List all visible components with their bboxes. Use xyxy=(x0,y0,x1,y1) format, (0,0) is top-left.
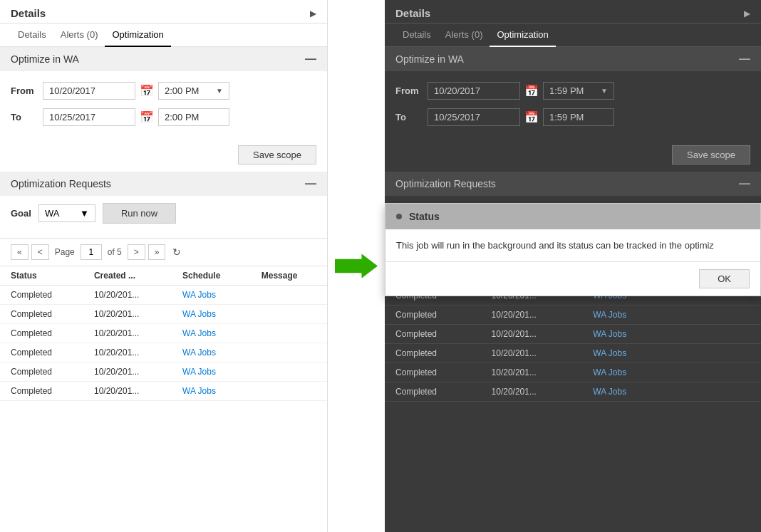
left-to-date[interactable] xyxy=(43,108,135,126)
left-cell-schedule-5[interactable]: WA Jobs xyxy=(172,382,251,401)
right-table-row-2: Completed 10/20/201... WA Jobs xyxy=(385,325,761,344)
right-cell-schedule-1[interactable]: WA Jobs xyxy=(582,306,673,325)
left-from-date[interactable] xyxy=(43,82,135,100)
right-form: From 📅 1:59 PM ▼ To 📅 1:59 PM xyxy=(385,71,761,142)
left-page-last[interactable]: » xyxy=(148,244,166,260)
left-wa-link-4[interactable]: WA Jobs xyxy=(182,367,216,377)
left-goal-label: Goal xyxy=(11,208,31,219)
left-from-time-select[interactable]: 2:00 PM ▼ xyxy=(158,82,229,100)
status-dialog: Status This job will run in the backgrou… xyxy=(385,203,761,296)
right-tab-alerts[interactable]: Alerts (0) xyxy=(438,24,490,47)
left-tab-optimization[interactable]: Optimization xyxy=(105,24,170,47)
right-to-date[interactable] xyxy=(428,108,520,126)
right-from-calendar-icon[interactable]: 📅 xyxy=(524,84,539,98)
left-table-row-0: Completed 10/20/201... WA Jobs xyxy=(0,286,327,305)
left-run-now-button[interactable]: Run now xyxy=(103,203,176,224)
right-opt-requests-collapse[interactable]: — xyxy=(739,177,750,190)
left-cell-message-2 xyxy=(251,324,327,343)
left-cell-schedule-1[interactable]: WA Jobs xyxy=(172,305,251,324)
left-wa-link-1[interactable]: WA Jobs xyxy=(182,309,216,319)
left-cell-message-0 xyxy=(251,286,327,305)
left-cell-created-4: 10/20/201... xyxy=(83,363,172,382)
right-to-calendar-icon[interactable]: 📅 xyxy=(524,110,539,124)
right-from-time-select[interactable]: 1:59 PM ▼ xyxy=(543,82,614,100)
left-optimize-section: Optimize in WA — xyxy=(0,47,327,71)
left-table-row-5: Completed 10/20/201... WA Jobs xyxy=(0,382,327,401)
left-opt-requests-title: Optimization Requests xyxy=(11,178,111,189)
left-cell-schedule-4[interactable]: WA Jobs xyxy=(172,363,251,382)
right-tab-optimization[interactable]: Optimization xyxy=(490,24,555,47)
left-wa-link-3[interactable]: WA Jobs xyxy=(182,348,216,358)
right-cell-schedule-4[interactable]: WA Jobs xyxy=(582,363,673,382)
left-page-next[interactable]: > xyxy=(128,244,145,260)
left-page-prev[interactable]: < xyxy=(31,244,49,260)
left-from-time-value: 2:00 PM xyxy=(165,85,199,96)
left-tab-alerts[interactable]: Alerts (0) xyxy=(53,24,105,47)
left-cell-schedule-3[interactable]: WA Jobs xyxy=(172,343,251,363)
right-tab-details[interactable]: Details xyxy=(395,24,438,47)
left-to-label: To xyxy=(11,112,43,122)
left-cell-message-1 xyxy=(251,305,327,324)
left-cell-schedule-0[interactable]: WA Jobs xyxy=(172,286,251,305)
left-cell-created-0: 10/20/201... xyxy=(83,286,172,305)
left-from-label: From xyxy=(11,85,43,96)
left-wa-link-0[interactable]: WA Jobs xyxy=(182,290,216,300)
right-wa-link-1[interactable]: WA Jobs xyxy=(593,310,626,320)
left-from-calendar-icon[interactable]: 📅 xyxy=(140,84,154,98)
left-refresh-button[interactable]: ↻ xyxy=(168,244,185,260)
right-cell-created-5: 10/20/201... xyxy=(481,382,583,402)
right-to-row: To 📅 1:59 PM xyxy=(395,108,750,126)
left-to-calendar-icon[interactable]: 📅 xyxy=(140,110,154,124)
left-panel-title: Details xyxy=(11,7,46,19)
right-to-time-select[interactable]: 1:59 PM xyxy=(543,108,614,126)
right-cell-status-1: Completed xyxy=(385,306,481,325)
right-table-row-3: Completed 10/20/201... WA Jobs xyxy=(385,344,761,363)
right-save-scope-button[interactable]: Save scope xyxy=(672,145,750,165)
left-col-created: Created ... xyxy=(83,266,172,286)
left-expand-icon[interactable]: ▶ xyxy=(310,9,316,19)
right-wa-link-5[interactable]: WA Jobs xyxy=(593,387,626,397)
dialog-ok-button[interactable]: OK xyxy=(699,269,750,288)
right-optimize-title: Optimize in WA xyxy=(395,53,464,65)
left-save-scope-button[interactable]: Save scope xyxy=(238,145,316,165)
right-wa-link-4[interactable]: WA Jobs xyxy=(593,367,626,377)
right-cell-schedule-2[interactable]: WA Jobs xyxy=(582,325,673,344)
left-to-row: To 📅 2:00 PM xyxy=(11,108,316,126)
left-from-time-arrow: ▼ xyxy=(216,87,223,95)
left-page-first[interactable]: « xyxy=(11,244,29,260)
right-cell-created-3: 10/20/201... xyxy=(481,344,583,363)
left-to-time-value: 2:00 PM xyxy=(165,112,199,122)
left-col-schedule: Schedule xyxy=(172,266,251,286)
right-cell-message-4 xyxy=(673,363,761,382)
left-wa-link-2[interactable]: WA Jobs xyxy=(182,328,216,338)
right-optimize-collapse[interactable]: — xyxy=(739,53,750,66)
left-table-row-4: Completed 10/20/201... WA Jobs xyxy=(0,363,327,382)
right-expand-icon[interactable]: ▶ xyxy=(744,9,750,19)
right-cell-schedule-5[interactable]: WA Jobs xyxy=(582,382,673,402)
right-panel-title: Details xyxy=(395,7,430,19)
left-page-input[interactable] xyxy=(81,244,102,260)
left-cell-status-4: Completed xyxy=(0,363,83,382)
arrow-container xyxy=(328,0,385,532)
left-cell-status-0: Completed xyxy=(0,286,83,305)
right-cell-status-4: Completed xyxy=(385,363,481,382)
right-panel: Details ▶ Details Alerts (0) Optimizatio… xyxy=(385,0,761,532)
right-from-date[interactable] xyxy=(428,82,520,100)
right-from-label: From xyxy=(395,85,428,96)
right-cell-schedule-3[interactable]: WA Jobs xyxy=(582,344,673,363)
left-wa-link-5[interactable]: WA Jobs xyxy=(182,386,216,396)
left-to-time-select[interactable]: 2:00 PM xyxy=(158,108,229,126)
right-to-label: To xyxy=(395,112,428,122)
left-opt-requests-collapse[interactable]: — xyxy=(305,177,316,190)
dialog-header: Status xyxy=(385,204,760,229)
right-from-row: From 📅 1:59 PM ▼ xyxy=(395,82,750,100)
right-wa-link-2[interactable]: WA Jobs xyxy=(593,329,626,339)
left-tab-details[interactable]: Details xyxy=(11,24,53,47)
left-optimize-collapse[interactable]: — xyxy=(305,53,316,66)
left-goal-select[interactable]: WA ▼ xyxy=(38,204,95,222)
left-cell-status-5: Completed xyxy=(0,382,83,401)
left-page-of: of 5 xyxy=(105,247,125,257)
left-cell-schedule-2[interactable]: WA Jobs xyxy=(172,324,251,343)
right-cell-message-3 xyxy=(673,344,761,363)
right-wa-link-3[interactable]: WA Jobs xyxy=(593,348,626,358)
